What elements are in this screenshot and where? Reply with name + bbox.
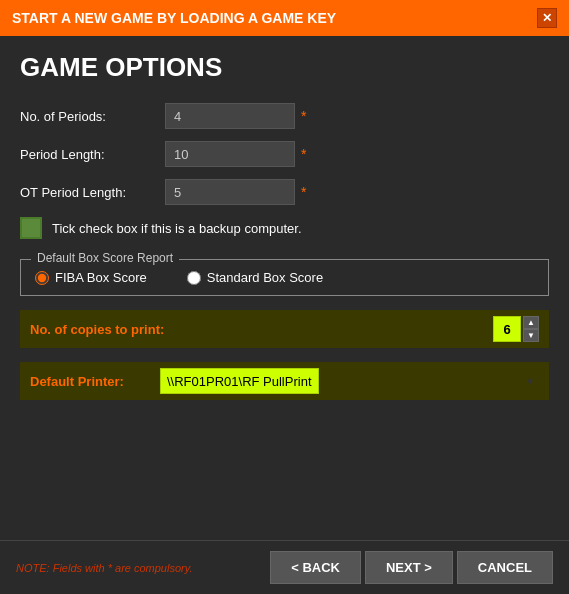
dialog-title: START A NEW GAME BY LOADING A GAME KEY — [12, 10, 336, 26]
backup-checkbox[interactable] — [20, 217, 42, 239]
back-button[interactable]: < BACK — [270, 551, 361, 584]
ot-period-row: OT Period Length: * — [20, 179, 549, 205]
footer: NOTE: Fields with * are compulsory. < BA… — [0, 540, 569, 594]
period-length-input[interactable] — [165, 141, 295, 167]
backup-checkbox-label: Tick check box if this is a backup compu… — [52, 221, 302, 236]
period-length-required: * — [301, 146, 306, 162]
fiba-radio-label: FIBA Box Score — [55, 270, 147, 285]
printer-select-wrapper: \\RF01PR01\RF PullPrint — [160, 368, 539, 394]
copies-increment-button[interactable]: ▲ — [523, 316, 539, 329]
box-score-group: Default Box Score Report FIBA Box Score … — [20, 259, 549, 296]
fiba-radio-option[interactable]: FIBA Box Score — [35, 270, 147, 285]
content-area: GAME OPTIONS No. of Periods: * Period Le… — [0, 36, 569, 540]
printer-label: Default Printer: — [30, 374, 160, 389]
title-bar: START A NEW GAME BY LOADING A GAME KEY ✕ — [0, 0, 569, 36]
copies-label: No. of copies to print: — [30, 322, 493, 337]
standard-radio-option[interactable]: Standard Box Score — [187, 270, 323, 285]
standard-radio-label: Standard Box Score — [207, 270, 323, 285]
period-length-row: Period Length: * — [20, 141, 549, 167]
ot-period-input[interactable] — [165, 179, 295, 205]
page-title: GAME OPTIONS — [20, 52, 549, 83]
standard-radio[interactable] — [187, 271, 201, 285]
periods-row: No. of Periods: * — [20, 103, 549, 129]
radio-row: FIBA Box Score Standard Box Score — [35, 270, 534, 285]
ot-period-label: OT Period Length: — [20, 185, 165, 200]
copies-row: No. of copies to print: 6 ▲ ▼ — [20, 310, 549, 348]
box-score-legend: Default Box Score Report — [31, 251, 179, 265]
printer-select[interactable]: \\RF01PR01\RF PullPrint — [160, 368, 319, 394]
ot-period-required: * — [301, 184, 306, 200]
cancel-button[interactable]: CANCEL — [457, 551, 553, 584]
fiba-radio[interactable] — [35, 271, 49, 285]
dialog: START A NEW GAME BY LOADING A GAME KEY ✕… — [0, 0, 569, 594]
periods-input[interactable] — [165, 103, 295, 129]
backup-checkbox-row: Tick check box if this is a backup compu… — [20, 217, 549, 239]
period-length-label: Period Length: — [20, 147, 165, 162]
copies-spinner-buttons: ▲ ▼ — [523, 316, 539, 342]
copies-value: 6 — [493, 316, 521, 342]
footer-note: NOTE: Fields with * are compulsory. — [16, 562, 270, 574]
close-button[interactable]: ✕ — [537, 8, 557, 28]
printer-row: Default Printer: \\RF01PR01\RF PullPrint — [20, 362, 549, 400]
periods-required: * — [301, 108, 306, 124]
footer-buttons: < BACK NEXT > CANCEL — [270, 551, 553, 584]
next-button[interactable]: NEXT > — [365, 551, 453, 584]
periods-label: No. of Periods: — [20, 109, 165, 124]
copies-decrement-button[interactable]: ▼ — [523, 329, 539, 342]
copies-spinner: 6 ▲ ▼ — [493, 316, 539, 342]
